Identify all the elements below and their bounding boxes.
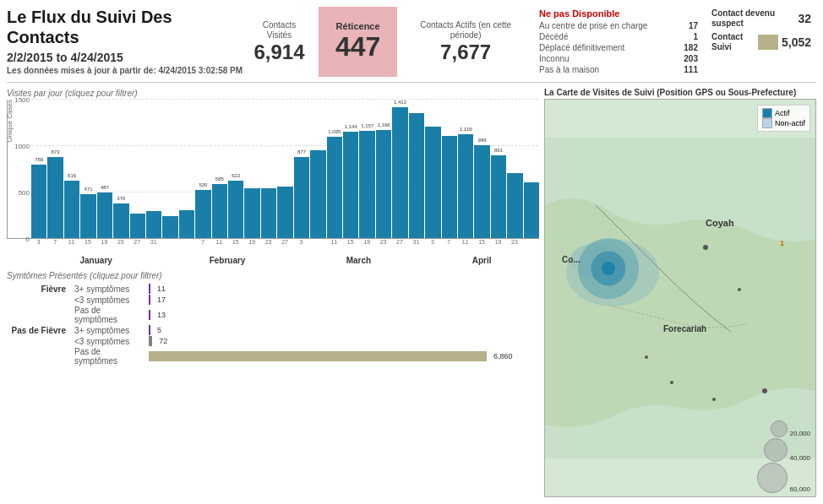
bar[interactable]: 471 — [80, 194, 95, 238]
bar[interactable] — [425, 127, 440, 238]
symptoms-title: Symtômes Présentés (cliquez pour filtrer… — [7, 270, 539, 280]
symptom-row: <3 symptômes72 — [7, 336, 539, 346]
bar[interactable]: 873 — [47, 157, 63, 238]
bar[interactable]: 1,412 — [392, 107, 407, 238]
bar[interactable]: 1,166 — [376, 130, 391, 238]
x-tick: 23 — [112, 239, 128, 245]
month-labels: JanuaryFebruaryMarchApril — [7, 256, 539, 265]
ne-pas-rows: Au centre de prise en charge17Décédé1Dép… — [539, 20, 698, 75]
symptom-bar-wrap: 6,860 — [149, 351, 539, 361]
bar[interactable] — [277, 187, 292, 238]
bar[interactable]: 622 — [228, 181, 243, 238]
x-tick: 19 — [96, 239, 112, 245]
bar[interactable]: 520 — [195, 190, 210, 238]
svg-text:1: 1 — [780, 239, 784, 247]
symptom-bar[interactable] — [149, 295, 150, 305]
symptom-value: 13 — [157, 311, 166, 319]
main-content: Visites par jour (cliquez pour filtrer) … — [7, 88, 816, 497]
symptoms-grid[interactable]: Fièvre3+ symptômes11<3 symptômes17Pas de… — [7, 284, 539, 366]
ne-pas-row: Inconnu203 — [539, 53, 698, 64]
bubble-legend: 20,00040,00060,000 — [757, 420, 810, 493]
header-stats: Contacts Visités 6,914 Réticence 447 Con… — [243, 7, 816, 77]
bar[interactable] — [442, 136, 457, 238]
symptom-bar[interactable] — [149, 351, 487, 361]
symptom-bar-wrap: 5 — [149, 325, 539, 335]
contacts-visites-label: Contacts Visités — [252, 20, 307, 41]
bubble-row: 40,000 — [764, 438, 810, 462]
bar-value-label: 520 — [199, 182, 207, 187]
contact-suivi: Contact Suivi 5,052 — [711, 32, 811, 52]
x-tick: 11 — [326, 239, 342, 245]
bar[interactable]: 376 — [113, 203, 128, 238]
reticence-label: Réticence — [336, 21, 380, 31]
bubble-label: 60,000 — [790, 485, 810, 493]
y-tick: 1000 — [14, 143, 30, 150]
header-title: Le Flux du Suivi Des Contacts 2/2/2015 t… — [7, 7, 243, 77]
bubble — [771, 420, 788, 437]
bar[interactable]: 487 — [97, 192, 112, 238]
bar[interactable]: 1,095 — [327, 137, 342, 238]
bar[interactable]: 999 — [474, 145, 489, 238]
bar-value-label: 622 — [232, 173, 240, 178]
x-tick: 3 — [30, 239, 46, 245]
bar[interactable] — [261, 188, 276, 238]
bar-value-label: 471 — [84, 187, 92, 192]
x-tick — [309, 239, 325, 245]
map-container: Coyah Co... Forecariah 1 Actif Non-actif — [544, 99, 816, 497]
bar[interactable]: 616 — [64, 181, 79, 238]
bar[interactable]: 1,157 — [359, 131, 374, 238]
bar-value-label: 1,166 — [378, 122, 390, 127]
symptom-bar-wrap: 72 — [149, 336, 539, 346]
svg-point-6 — [712, 398, 716, 401]
x-tick: 11 — [457, 239, 473, 245]
symptom-category-label: Fièvre — [7, 285, 66, 294]
symptoms-section: Symtômes Présentés (cliquez pour filtrer… — [7, 270, 539, 497]
bar[interactable] — [524, 182, 539, 238]
x-tick: 7 — [441, 239, 457, 245]
bubble-label: 40,000 — [790, 454, 810, 462]
symptom-value: 17 — [157, 295, 166, 304]
contact-suivi-value: 5,052 — [782, 35, 811, 49]
contact-devenu-value: 32 — [798, 12, 811, 25]
symptom-bar[interactable] — [149, 284, 150, 294]
bar[interactable] — [507, 173, 522, 238]
month-label: February — [161, 256, 292, 265]
bar[interactable] — [409, 113, 424, 239]
bubble-row: 60,000 — [757, 463, 810, 493]
x-tick: 7 — [194, 239, 210, 245]
month-label: March — [293, 256, 424, 265]
bar[interactable] — [179, 210, 194, 238]
bar[interactable]: 789 — [31, 165, 46, 238]
legend-actif-label: Actif — [775, 109, 790, 117]
bar[interactable] — [146, 211, 161, 238]
bar[interactable] — [162, 216, 177, 238]
right-panel: La Carte de Visites de Suivi (Position G… — [544, 88, 816, 497]
symptom-value: 6,860 — [493, 352, 513, 360]
bar-value-label: 1,095 — [328, 129, 341, 134]
bar[interactable] — [244, 188, 259, 239]
bar[interactable]: 1,144 — [343, 132, 358, 238]
bar-value-label: 585 — [215, 176, 224, 182]
x-tick — [178, 239, 194, 245]
x-tick: 31 — [408, 239, 424, 245]
symptom-row: Pas de symptômes13 — [7, 306, 539, 324]
symptom-bar[interactable] — [149, 325, 150, 335]
symptom-item-label: <3 symptômes — [69, 295, 145, 305]
chart-title: Visites par jour (cliquez pour filtrer) — [7, 88, 539, 98]
svg-text:Co...: Co... — [562, 255, 580, 264]
bar-value-label: 1,412 — [394, 100, 406, 105]
contacts-actifs-box: Contacts Actifs (en cette période) 7,677 — [401, 7, 531, 77]
bar[interactable] — [130, 214, 145, 238]
bar[interactable]: 585 — [212, 184, 227, 238]
x-tick: 19 — [243, 239, 259, 245]
bar[interactable]: 1,116 — [458, 134, 473, 238]
symptom-bar[interactable] — [149, 310, 150, 320]
bar[interactable]: 891 — [491, 155, 506, 238]
bars-wrapper[interactable]: 7898736164714873765205856228771,0951,144… — [31, 99, 539, 238]
bar[interactable]: 877 — [294, 157, 309, 238]
bar[interactable] — [310, 150, 325, 239]
symptom-bar[interactable] — [149, 336, 152, 346]
left-panel: Visites par jour (cliquez pour filtrer) … — [7, 88, 539, 497]
symptom-item-label: 3+ symptômes — [69, 326, 145, 335]
legend-non-actif-swatch — [762, 118, 772, 128]
